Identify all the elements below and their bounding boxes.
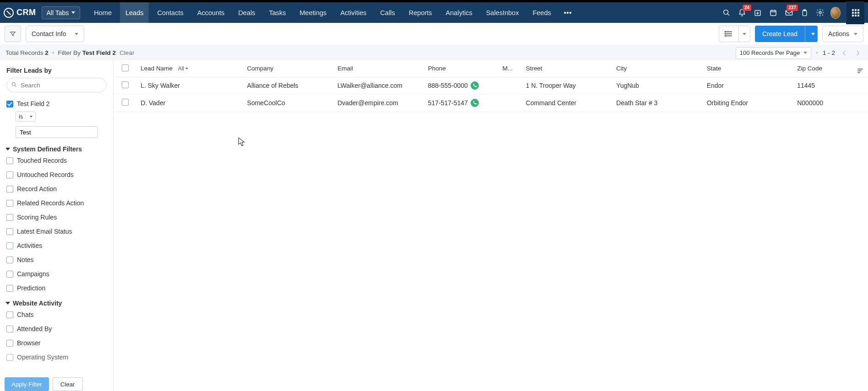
- lead-name-filter-dropdown[interactable]: All: [178, 65, 188, 72]
- filter-checkbox[interactable]: [6, 340, 13, 347]
- create-lead-button[interactable]: Create Lead: [755, 26, 805, 42]
- cell-lead-name[interactable]: L. Sky Walker: [137, 77, 243, 94]
- filter-checkbox[interactable]: [6, 214, 13, 221]
- records-per-page-dropdown[interactable]: 100 Records Per Page: [736, 47, 812, 59]
- col-header-company[interactable]: Company: [244, 60, 334, 77]
- filter-checkbox[interactable]: [6, 285, 13, 292]
- nav-tasks[interactable]: Tasks: [263, 2, 291, 23]
- filter-checkbox[interactable]: [6, 157, 13, 164]
- filter-checkbox[interactable]: [6, 186, 13, 193]
- nav-calls[interactable]: Calls: [375, 2, 401, 23]
- table-row[interactable]: D. Vader SomeCoolCo Dvader@empire.com 51…: [114, 94, 868, 112]
- settings-icon[interactable]: [815, 8, 825, 18]
- clipboard-icon[interactable]: [799, 8, 809, 18]
- search-icon[interactable]: [722, 8, 732, 18]
- cell-lead-name[interactable]: D. Vader: [137, 94, 243, 112]
- cell-zip: N000000: [793, 94, 852, 112]
- filter-toggle-button[interactable]: [5, 26, 21, 42]
- nav-leads[interactable]: Leads: [120, 2, 149, 23]
- system-filters-header: System Defined Filters: [13, 145, 82, 153]
- filter-by-label: Filter By Test Field 2: [58, 49, 116, 56]
- call-icon[interactable]: [471, 81, 479, 90]
- view-selector[interactable]: Contact Info: [26, 26, 84, 42]
- all-tabs-label: All Tabs: [47, 9, 69, 16]
- calendar-icon[interactable]: [768, 8, 778, 18]
- filter-checkbox[interactable]: [6, 354, 13, 361]
- col-header-m[interactable]: M...: [499, 60, 522, 77]
- caret-down-icon: [30, 116, 33, 118]
- actions-label: Actions: [828, 30, 849, 37]
- leads-table: Lead Name All Company Email Phone M... S…: [114, 60, 868, 112]
- filter-checkbox-test-field-2[interactable]: [6, 101, 13, 107]
- caret-down-icon: [811, 33, 815, 35]
- caret-down-icon: [185, 68, 188, 70]
- row-checkbox[interactable]: [122, 81, 129, 88]
- actions-button[interactable]: Actions: [822, 26, 863, 42]
- nav-deals[interactable]: Deals: [233, 2, 260, 23]
- notifications-icon[interactable]: 24: [737, 8, 747, 18]
- separator-dot: •: [52, 49, 54, 56]
- filter-checkbox[interactable]: [6, 326, 13, 332]
- website-activity-section-toggle[interactable]: Website Activity: [0, 293, 113, 310]
- svg-rect-9: [786, 11, 792, 15]
- filter-checkbox[interactable]: [6, 242, 13, 249]
- next-page-button[interactable]: [853, 48, 863, 59]
- col-header-zip[interactable]: Zip Code: [793, 60, 852, 77]
- call-icon[interactable]: [471, 99, 479, 107]
- prev-page-button[interactable]: [840, 48, 849, 59]
- row-checkbox[interactable]: [122, 99, 129, 106]
- column-settings-button[interactable]: [852, 60, 868, 77]
- clear-filter-link[interactable]: Clear: [119, 49, 134, 56]
- filter-checkbox[interactable]: [6, 311, 13, 318]
- nav-contacts[interactable]: Contacts: [152, 2, 189, 23]
- filter-operator-dropdown[interactable]: is: [16, 112, 36, 122]
- col-header-street[interactable]: Street: [522, 60, 613, 77]
- nav-accounts[interactable]: Accounts: [192, 2, 230, 23]
- cell-email[interactable]: Dvader@empire.com: [334, 94, 424, 112]
- cell-email[interactable]: LWalker@alliance.com: [334, 77, 424, 94]
- system-filters-section-toggle[interactable]: System Defined Filters: [0, 139, 113, 155]
- user-avatar[interactable]: [830, 8, 841, 18]
- top-icon-bar: 24 237: [722, 8, 843, 18]
- crm-logo[interactable]: CRM: [4, 8, 36, 18]
- col-header-phone[interactable]: Phone: [424, 60, 499, 77]
- filter-checkbox[interactable]: [6, 228, 13, 235]
- filter-item-label: Notes: [17, 256, 34, 263]
- filter-checkbox[interactable]: [6, 200, 13, 207]
- filter-checkbox[interactable]: [6, 257, 13, 263]
- app-switcher-icon[interactable]: [846, 1, 864, 24]
- create-lead-dropdown[interactable]: [805, 26, 818, 42]
- apply-filter-button[interactable]: Apply Filter: [5, 377, 49, 391]
- funnel-icon: [10, 31, 16, 37]
- mail-icon[interactable]: 237: [784, 8, 794, 18]
- add-icon[interactable]: [753, 8, 763, 18]
- list-view-icon[interactable]: [719, 31, 738, 37]
- filter-checkbox[interactable]: [6, 271, 13, 278]
- nav-activities[interactable]: Activities: [335, 2, 372, 23]
- notifications-badge: 24: [743, 5, 751, 11]
- cell-phone: 888-555-0000: [424, 77, 499, 94]
- view-mode-toggle[interactable]: [719, 26, 750, 42]
- crm-logo-text: CRM: [16, 8, 36, 17]
- nav-meetings[interactable]: Meetings: [294, 2, 332, 23]
- nav-feeds[interactable]: Feeds: [527, 2, 556, 23]
- nav-home[interactable]: Home: [88, 2, 117, 23]
- filter-value-input[interactable]: [16, 126, 98, 138]
- cell-m: [499, 77, 522, 94]
- filter-search-wrap: [6, 78, 107, 92]
- col-header-email[interactable]: Email: [334, 60, 424, 77]
- view-mode-dropdown[interactable]: [738, 26, 750, 42]
- select-all-checkbox[interactable]: [122, 64, 129, 71]
- nav-salesinbox[interactable]: SalesInbox: [481, 2, 525, 23]
- table-row[interactable]: L. Sky Walker Alliance of Rebels LWalker…: [114, 77, 868, 94]
- col-header-state[interactable]: State: [703, 60, 794, 77]
- clear-filter-button[interactable]: Clear: [53, 377, 83, 391]
- all-tabs-dropdown[interactable]: All Tabs: [42, 6, 81, 19]
- filter-checkbox[interactable]: [6, 171, 13, 178]
- filter-search-input[interactable]: [6, 78, 107, 92]
- nav-analytics[interactable]: Analytics: [440, 2, 478, 23]
- nav-more-button[interactable]: •••: [559, 2, 577, 23]
- nav-reports[interactable]: Reports: [403, 2, 438, 23]
- col-header-lead-name[interactable]: Lead Name All: [137, 60, 243, 77]
- col-header-city[interactable]: City: [613, 60, 703, 77]
